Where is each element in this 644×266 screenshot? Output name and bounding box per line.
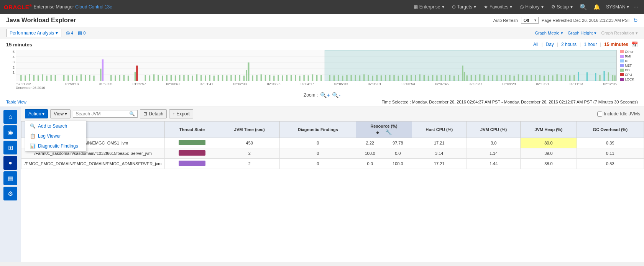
filter-2hours[interactable]: 2 hours xyxy=(561,42,577,47)
svg-rect-133 xyxy=(603,71,605,81)
svg-rect-28 xyxy=(123,75,125,81)
svg-rect-29 xyxy=(128,76,129,81)
x-axis-labels: :57:21 AMDecember 26 2016 01:58:13 01:59… xyxy=(16,81,617,90)
svg-rect-39 xyxy=(246,70,247,81)
zoom-in-icon[interactable]: 🔍+ xyxy=(320,92,330,98)
user-menu[interactable]: SYSMAN ▾ xyxy=(603,4,632,10)
search-go-icon[interactable]: 🔍 xyxy=(129,111,135,117)
refresh-button[interactable]: ↻ xyxy=(633,17,638,23)
sidebar-document-icon[interactable]: ▤ xyxy=(3,171,17,185)
svg-rect-43 xyxy=(192,76,193,81)
jvm-table-body: /EMGC_DOMAIN/EMGC_OMS1_jvm 450 0 2.22 97… xyxy=(21,138,644,169)
graph-resolution-control[interactable]: Graph Resolution ▾ xyxy=(601,31,638,36)
search-jvm-input[interactable] xyxy=(76,111,129,117)
filter-all[interactable]: All xyxy=(533,42,538,47)
svg-rect-45 xyxy=(200,75,202,81)
res2-cell: 100.0 xyxy=(384,159,412,169)
setup-menu[interactable]: ⚙ Setup ▾ xyxy=(547,0,577,14)
graph-height-control[interactable]: Graph Height ▾ xyxy=(568,31,596,36)
resource-col2-icon: 🔧 xyxy=(385,129,392,135)
include-idle-wrap: Include Idle JVMs xyxy=(597,111,640,117)
gc-overhead-cell: 0.11 xyxy=(577,148,644,159)
dropdown-log-viewer[interactable]: 📋 Log Viewer xyxy=(25,131,86,141)
badge-circle[interactable]: ◎ 4 xyxy=(66,30,73,36)
svg-rect-124 xyxy=(539,75,540,81)
svg-rect-131 xyxy=(586,72,588,81)
auto-refresh-select[interactable]: Off 15s 30s xyxy=(521,17,539,24)
filter-15minutes[interactable]: 15 minutes xyxy=(604,42,628,47)
badge-table[interactable]: ▤ 0 xyxy=(78,30,85,36)
view-button[interactable]: View ▾ xyxy=(50,109,71,118)
svg-rect-135 xyxy=(565,75,566,81)
svg-rect-114 xyxy=(496,76,498,81)
table-icon: ▤ xyxy=(78,30,82,36)
svg-rect-132 xyxy=(595,73,596,81)
auto-refresh-select-wrap[interactable]: Off 15s 30s xyxy=(521,17,539,24)
svg-rect-134 xyxy=(608,72,609,81)
dropdown-add-to-search[interactable]: 🔍 Add to Search xyxy=(25,121,86,131)
svg-rect-13 xyxy=(102,59,104,81)
x-axis: :57:21 AMDecember 26 2016 01:58:13 01:59… xyxy=(6,81,638,90)
svg-rect-16 xyxy=(67,76,69,81)
col-host-cpu: Host CPU (%) xyxy=(412,122,467,138)
col-diagnostic: Diagnostic Findings xyxy=(280,122,356,138)
svg-rect-60 xyxy=(265,75,266,81)
res2-cell: 97.78 xyxy=(384,138,412,148)
include-idle-label: Include Idle JVMs xyxy=(604,111,640,117)
svg-rect-24 xyxy=(135,72,136,81)
detach-button[interactable]: ⊡ Detach xyxy=(140,109,167,118)
jvm-path-cell[interactable]: /EMGC_EMGC_DOMAIN/EMGC_DOMAIN/EMGC_ADMIN… xyxy=(21,159,165,169)
calendar-icon[interactable]: 📅 xyxy=(631,41,638,48)
svg-rect-75 xyxy=(334,76,335,81)
notifications-icon[interactable]: 🔔 xyxy=(590,4,603,10)
svg-rect-102 xyxy=(440,75,442,81)
svg-rect-71 xyxy=(312,74,313,81)
favorites-chevron: ▾ xyxy=(510,4,512,10)
zoom-out-icon[interactable]: 🔍- xyxy=(332,92,340,98)
table-row: /EMGC_EMGC_DOMAIN/EMGC_DOMAIN/EMGC_ADMIN… xyxy=(21,159,644,169)
sidebar-home-icon[interactable]: ⌂ xyxy=(3,110,17,124)
svg-rect-126 xyxy=(548,75,549,81)
svg-rect-46 xyxy=(205,76,206,81)
sidebar-activity-icon[interactable]: ◉ xyxy=(3,125,17,139)
table-view-link[interactable]: Table View xyxy=(6,100,26,104)
svg-rect-86 xyxy=(381,76,382,81)
svg-rect-9 xyxy=(42,74,43,81)
more-menu[interactable]: ··· xyxy=(632,4,640,10)
circle-icon: ◎ xyxy=(66,30,70,36)
history-menu[interactable]: ◷ History ▾ xyxy=(516,0,547,14)
svg-rect-23 xyxy=(136,66,138,81)
svg-rect-87 xyxy=(385,75,386,81)
favorites-menu[interactable]: ★ Favorites ▾ xyxy=(480,0,516,14)
svg-rect-27 xyxy=(119,75,120,81)
col-gc-overhead: GC Overhead (%) xyxy=(577,122,644,138)
svg-rect-83 xyxy=(368,75,369,81)
include-idle-checkbox[interactable] xyxy=(597,112,602,117)
sidebar-circle-icon[interactable]: ● xyxy=(3,156,17,170)
chart-canvas[interactable] xyxy=(16,50,617,81)
performance-analysis-button[interactable]: Performance Analysis ▾ xyxy=(6,29,61,37)
search-icon[interactable]: 🔍 xyxy=(577,3,590,11)
svg-rect-100 xyxy=(432,75,433,81)
svg-rect-70 xyxy=(308,76,309,81)
chart-header: 15 minutes All | Day | 2 hours | 1 hour … xyxy=(6,39,638,50)
filter-1hour[interactable]: 1 hour xyxy=(584,42,597,47)
dropdown-diagnostic-findings[interactable]: 📊 Diagnostic Findings xyxy=(25,141,86,151)
graph-metric-control[interactable]: Graph Metric ▾ xyxy=(535,31,563,36)
svg-rect-10 xyxy=(46,76,47,81)
svg-rect-111 xyxy=(483,75,485,81)
export-icon: ↑ xyxy=(172,111,175,117)
export-button[interactable]: ↑ Export xyxy=(169,109,193,118)
legend-io: IO xyxy=(620,59,638,63)
app-brand: Enterprise Manager Cloud Control 13c xyxy=(33,4,112,10)
jvm-toolbar: Action ▾ View ▾ 🔍 ⊡ Detach ↑ Export xyxy=(21,107,644,121)
filter-day[interactable]: Day xyxy=(546,42,554,47)
svg-rect-26 xyxy=(115,76,116,81)
setup-icon: ⚙ xyxy=(551,4,555,10)
legend-rmi: RMI xyxy=(620,54,638,58)
sidebar-group-icon[interactable]: ⊞ xyxy=(3,141,17,154)
action-button[interactable]: Action ▾ xyxy=(25,109,48,118)
enterprise-menu[interactable]: ▦ Enterprise ▾ xyxy=(410,0,448,14)
targets-menu[interactable]: ⊙ Targets ▾ xyxy=(448,0,480,14)
sidebar-sliders-icon[interactable]: ⚙ xyxy=(3,187,17,200)
